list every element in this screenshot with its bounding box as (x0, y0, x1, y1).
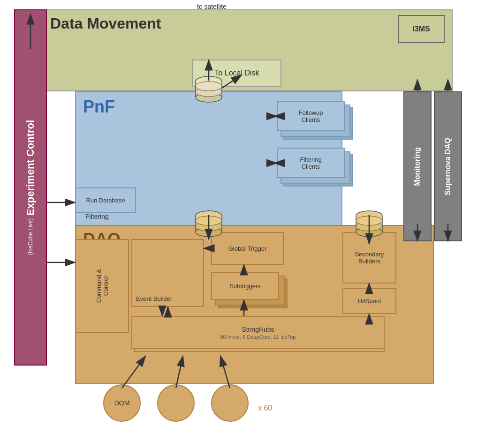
supernova-daq-bar: Supernova DAQ (434, 91, 462, 241)
data-movement-label: Data Movement (50, 15, 161, 32)
followup-clients-label: FollowupClients (298, 109, 323, 123)
followup-clients-stack: FollowupClients (277, 101, 349, 131)
subtriggers-label: Subtriggers (229, 283, 260, 290)
filtering-clients-label: FilteringClients (300, 156, 321, 170)
filtering-clients-box: FilteringClients (277, 148, 345, 178)
icecube-live-label: (IceCube Live) (27, 218, 34, 255)
svg-point-21 (356, 211, 382, 220)
dom-circle-2 (157, 384, 195, 422)
monitoring-label: Monitoring (413, 147, 422, 186)
dom-circle-1: DOM (103, 384, 141, 422)
hitspool-label: HitSpool (358, 298, 381, 305)
local-disk-label: To Local Disk (214, 69, 259, 77)
pnf-label: PnF (83, 97, 115, 117)
hitspool-box: HitSpool (342, 288, 396, 314)
experiment-control-label: Experiment Control (24, 120, 37, 216)
svg-point-27 (356, 216, 382, 225)
stringhubs-sublabel: 80 in-ice, 6 DeepCore, 11 IceTop (220, 334, 296, 340)
experiment-control-bar: Experiment Control (IceCube Live) (14, 9, 47, 366)
x60-label: x 60 (258, 404, 272, 412)
to-satellite-label: to satellite (197, 3, 227, 10)
stringhubs-label: StringHubs (242, 326, 274, 333)
supernova-daq-label: Supernova DAQ (444, 138, 452, 195)
run-database-box: Run Database (75, 187, 136, 213)
subtriggers-stack: Subtriggers (211, 272, 284, 300)
event-builder-box: Event Builder (131, 239, 204, 307)
stringhubs-box: StringHubs 80 in-ice, 6 DeepCore, 11 Ice… (131, 316, 385, 349)
monitoring-bar: Monitoring (403, 91, 432, 241)
subtriggers-box: Subtriggers (211, 272, 279, 300)
event-builder-label: Event Builder (136, 295, 172, 302)
dom-label-1: DOM (114, 399, 130, 407)
cmd-control-label: Command &Control (95, 269, 109, 303)
dom-circle-3 (211, 384, 249, 422)
cmd-control-box: Command &Control (75, 239, 129, 333)
followup-clients-box: FollowupClients (277, 101, 345, 131)
run-database-label: Run Database (86, 197, 125, 204)
diagram-container: Data Movement I3MS to satellite To Local… (14, 9, 469, 436)
local-disk-box: To Local Disk (192, 60, 281, 87)
filtering-clients-stack: FilteringClients (277, 148, 349, 178)
global-trigger-box: Global Trigger (211, 232, 284, 265)
global-trigger-label: Global Trigger (228, 245, 267, 252)
i3ms-box: I3MS (398, 15, 445, 43)
secondary-builders-label: SecondaryBuilders (355, 251, 384, 265)
i3ms-label: I3MS (412, 25, 430, 33)
secondary-builders-box: SecondaryBuilders (342, 232, 396, 284)
